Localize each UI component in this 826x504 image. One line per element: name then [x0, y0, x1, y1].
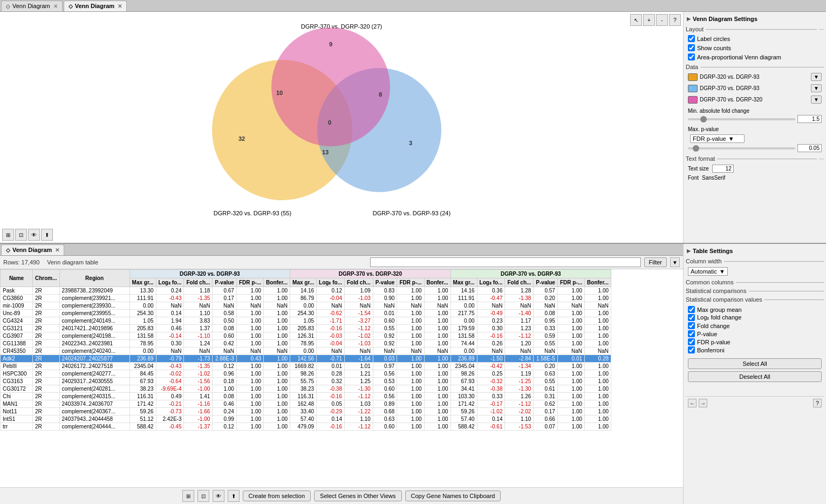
view-btn[interactable]: 👁: [28, 229, 40, 241]
table-cell: 1.00: [424, 332, 450, 340]
stat-comparisons-section: Statistical comparisons: [686, 288, 824, 294]
select-genes-btn[interactable]: Select Genes in Other Views: [314, 491, 401, 501]
table-tab[interactable]: ◇ Venn Diagram ✕: [1, 244, 64, 255]
table-cell: 0.95: [534, 317, 558, 325]
text-format-expand[interactable]: —: [819, 156, 824, 161]
dataset-1-dropdown[interactable]: ▼: [811, 73, 822, 81]
table-row[interactable]: CG301722Rcomplement(240281...38.23-9.69E…: [1, 385, 611, 393]
table-title-label: Venn diagram table: [47, 259, 98, 265]
table-row[interactable]: Pask2R23988738..2399204913.300.241.180.6…: [1, 287, 611, 295]
deselect-all-btn[interactable]: Deselect All: [688, 371, 822, 382]
table-cell: 2R: [33, 332, 60, 340]
create-from-selection-btn[interactable]: Create from selection: [243, 491, 311, 501]
stat-cb-3[interactable]: [688, 330, 695, 337]
table-row[interactable]: trr2Rcomplement(240444...588.42-0.45-1.3…: [1, 423, 611, 431]
common-cols-divider: [736, 282, 824, 283]
show-counts-checkbox[interactable]: [688, 44, 695, 51]
table-row[interactable]: CG113882R24022343..2402398178.950.301.24…: [1, 340, 611, 348]
sidebar-tool-2[interactable]: →: [699, 399, 707, 407]
tab-1-close[interactable]: ✕: [53, 3, 58, 9]
table-row[interactable]: CG31632R24029317..2403055567.93-0.64-1.5…: [1, 378, 611, 385]
text-size-input[interactable]: [712, 165, 734, 173]
pvalue-type-dropdown[interactable]: FDR p-value ▼: [690, 134, 745, 143]
stat-cb-2[interactable]: [688, 322, 695, 329]
copy-gene-names-btn[interactable]: Copy Gene Names to Clipboard: [405, 491, 501, 501]
cursor-btn[interactable]: ↖: [630, 14, 642, 26]
table-row[interactable]: CG31212R24017421..24019896205.830.461.37…: [1, 325, 611, 332]
stat-cb-1[interactable]: [688, 314, 695, 321]
bottom-tool-3[interactable]: 👁: [213, 490, 224, 502]
bottom-tool-1[interactable]: ⊞: [182, 490, 194, 502]
zoom-fit-btn[interactable]: ⊞: [2, 229, 14, 241]
table-cell: -1.56: [184, 378, 213, 385]
sub-col-log2-3: Log₂ fo...: [477, 278, 505, 287]
table-wrapper[interactable]: Name Chrom... Region DGRP-320 vs. DGRP-9…: [0, 269, 683, 487]
table-row[interactable]: PebIII2R24026172..240275182345.04-0.43-1…: [1, 363, 611, 370]
layout-expand[interactable]: —: [819, 26, 824, 32]
table-cell: 1.00: [557, 370, 584, 378]
table-cell: -1.30: [505, 385, 534, 393]
area-proportional-checkbox[interactable]: [688, 53, 695, 60]
filter-button[interactable]: Filter: [644, 257, 667, 267]
zoom-in-btn[interactable]: +: [643, 14, 655, 26]
table-cell: 51.12: [129, 416, 156, 423]
count-bottom-center: 13: [322, 149, 329, 155]
tab-1[interactable]: ◇ Venn Diagram ✕: [1, 1, 63, 11]
table-cell: 0.03: [373, 355, 397, 363]
table-cell: 0.00: [129, 348, 156, 355]
table-cell: 14.16: [450, 287, 477, 295]
table-row[interactable]: Unc-892Rcomplement(239955...254.300.141.…: [1, 310, 611, 317]
export-btn[interactable]: ⬆: [41, 229, 53, 241]
table-cell: 1.00: [264, 325, 290, 332]
table-cell: 0.61: [534, 385, 558, 393]
table-cell: complement(240367...: [59, 408, 129, 416]
table-cell: 57.40: [450, 416, 477, 423]
table-cell: 2R: [33, 363, 60, 370]
table-row[interactable]: HSPC3002Rcomplement(240277...84.45-0.02-…: [1, 370, 611, 378]
table-cell: 2345.04: [129, 363, 156, 370]
bottom-panel: ◇ Venn Diagram ✕ Rows: 17,490 Venn diagr…: [0, 244, 826, 504]
table-row[interactable]: CG38602Rcomplement(239921...111.91-0.43-…: [1, 295, 611, 302]
help-btn[interactable]: ?: [669, 14, 681, 26]
table-row[interactable]: IntS12R24037943..2404445851.122.42E-3-1.…: [1, 416, 611, 423]
table-row[interactable]: Chi2Rcomplement(240315...116.310.491.410…: [1, 393, 611, 400]
table-row[interactable]: Adk22R24024207..24025877236.89-0.79-1.73…: [1, 355, 611, 363]
table-row[interactable]: CR453502Rcomplement(240240...0.00NaNNaNN…: [1, 348, 611, 355]
table-tab-close[interactable]: ✕: [55, 247, 59, 253]
tab-2-close[interactable]: ✕: [118, 3, 122, 9]
dataset-2-dropdown[interactable]: ▼: [811, 84, 822, 92]
min-fold-input[interactable]: [797, 115, 822, 123]
stat-cb-4[interactable]: [688, 338, 695, 345]
sidebar-help-btn[interactable]: ?: [813, 399, 822, 407]
table-row[interactable]: MAN12R24033974..24036707171.42-0.21-1.16…: [1, 400, 611, 408]
max-pvalue-slider[interactable]: [688, 147, 795, 149]
table-cell: 1.00: [236, 287, 263, 295]
bottom-tool-2[interactable]: ⊡: [197, 490, 209, 502]
filter-options-btn[interactable]: ▼: [670, 257, 680, 267]
min-fold-slider[interactable]: [688, 118, 795, 120]
table-cell: 1.00: [397, 287, 424, 295]
table-cell: Adk2: [1, 355, 33, 363]
max-pvalue-input[interactable]: [797, 144, 822, 152]
sidebar-tool-1[interactable]: ←: [688, 399, 697, 407]
table-row[interactable]: Not112Rcomplement(240367...59.26-0.73-1.…: [1, 408, 611, 416]
col-width-dropdown[interactable]: Automatic ▼: [688, 267, 728, 276]
stat-cb-5[interactable]: [688, 346, 695, 353]
dataset-3-dropdown[interactable]: ▼: [811, 96, 822, 104]
bottom-tool-4[interactable]: ⬆: [228, 490, 240, 502]
table-cell: NaN: [236, 302, 263, 310]
table-cell: 0.14: [477, 416, 505, 423]
stat-cb-0[interactable]: [688, 306, 695, 313]
select-all-btn[interactable]: Select All: [688, 358, 822, 369]
table-row[interactable]: mir-10092Rcomplement(239930...0.00NaNNaN…: [1, 302, 611, 310]
label-circles-checkbox[interactable]: [688, 35, 695, 42]
table-cell: 236.89: [129, 355, 156, 363]
filter-input[interactable]: [370, 257, 641, 267]
table-cell: 0.92: [373, 332, 397, 340]
tab-2[interactable]: ◇ Venn Diagram ✕: [64, 1, 127, 11]
grid-btn[interactable]: ⊡: [15, 229, 27, 241]
zoom-out-btn[interactable]: -: [656, 14, 668, 26]
table-cell: 479.09: [290, 423, 317, 431]
table-row[interactable]: CG43242Rcomplement(240149...1.051.943.83…: [1, 317, 611, 325]
table-row[interactable]: CG39072Rcomplement(240198...131.58-0.14-…: [1, 332, 611, 340]
